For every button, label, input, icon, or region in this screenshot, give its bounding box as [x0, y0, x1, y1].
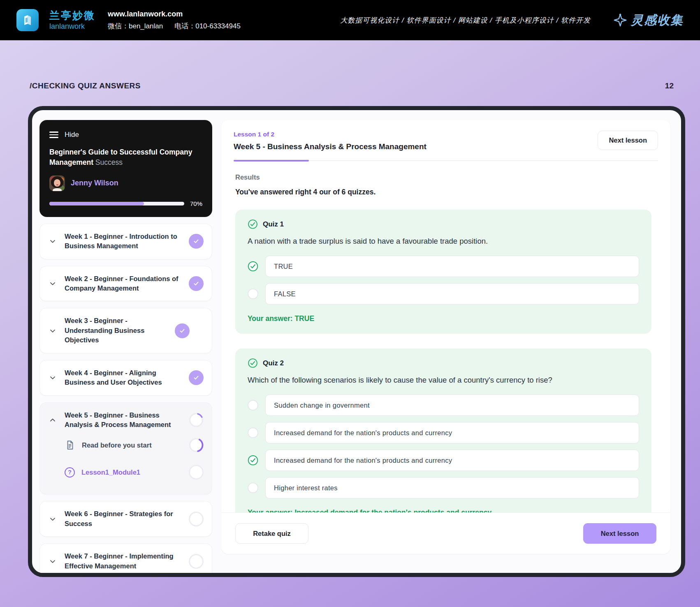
avatar — [49, 175, 65, 191]
week-label: Week 2 - Beginner - Foundations of Compa… — [65, 274, 181, 293]
week-label: Week 7 - Beginner - Implementing Effecti… — [65, 552, 181, 571]
status-empty-icon — [189, 554, 204, 569]
quiz-results-content: Results You've answered right 4 our of 6… — [221, 161, 670, 513]
option-box[interactable]: Increased demand for the nation's produc… — [265, 422, 639, 443]
week-label: Week 3 - Beginner - Understanding Busine… — [65, 316, 167, 345]
phone-number: 电话：010-63334945 — [174, 21, 241, 31]
progress-bar-track — [49, 202, 184, 205]
progress-percent: 70% — [190, 200, 202, 207]
sidebar-item-week-2[interactable]: Week 2 - Beginner - Foundations of Compa… — [39, 266, 212, 302]
course-sidebar: Hide Beginner's Guide to Successful Comp… — [32, 110, 212, 573]
option-label: FALSE — [274, 290, 296, 298]
option-box[interactable]: Higher interest rates — [265, 477, 639, 499]
sidebar-item-lesson1-module1[interactable]: ? Lesson1_Module1 — [65, 461, 204, 484]
sidebar-item-week-1[interactable]: Week 1 - Beginner - Introduction to Busi… — [39, 224, 212, 259]
lesson-title: Week 5 - Business Analysis & Process Man… — [234, 142, 426, 151]
sidebar-item-week-6[interactable]: Week 6 - Beginner - Strategies for Succe… — [39, 501, 212, 537]
status-complete-icon — [175, 323, 190, 338]
radio-checked-icon[interactable] — [248, 261, 258, 272]
lanlanwork-logo-icon — [16, 9, 39, 31]
sidebar-item-week-3[interactable]: Week 3 - Beginner - Understanding Busine… — [39, 308, 212, 353]
quiz-option[interactable]: Sudden change in government — [248, 395, 639, 416]
week-label: Week 5 - Beginner - Business Analysis & … — [65, 411, 181, 430]
chevron-down-icon[interactable] — [48, 279, 57, 288]
brand-block: 兰亭妙微 lanlanwork — [49, 9, 95, 30]
hide-sidebar-button[interactable]: Hide — [49, 131, 202, 139]
status-progress-icon — [189, 438, 204, 452]
hamburger-icon[interactable] — [49, 132, 58, 138]
top-banner: 兰亭妙微 lanlanwork www.lanlanwork.com 微信：be… — [0, 0, 700, 40]
sidebar-item-week-5[interactable]: Week 5 - Beginner - Business Analysis & … — [39, 402, 212, 495]
option-box[interactable]: Sudden change in government — [265, 395, 639, 416]
next-lesson-button-bottom[interactable]: Next lesson — [583, 523, 656, 544]
option-label: TRUE — [274, 263, 293, 270]
status-empty-icon — [189, 512, 204, 526]
brand-name-cn: 兰亭妙微 — [49, 9, 95, 21]
collect-block: 灵感收集 — [613, 12, 684, 29]
contact-block: www.lanlanwork.com 微信：ben_lanlan 电话：010-… — [108, 10, 241, 31]
radio-unchecked-icon[interactable] — [248, 482, 258, 493]
option-label: Higher interest rates — [274, 484, 338, 492]
lesson-counter: Lesson 1 of 2 — [234, 131, 426, 138]
sub-item-label: Lesson1_Module1 — [81, 469, 182, 476]
results-label: Results — [235, 173, 651, 181]
week-label: Week 4 - Beginner - Aligning Business an… — [65, 368, 181, 388]
option-label: Increased demand for the nation's produc… — [274, 457, 452, 464]
chevron-down-icon[interactable] — [48, 557, 57, 566]
quiz-option[interactable]: Increased demand for the nation's produc… — [248, 422, 639, 443]
results-summary: You've answered right 4 our of 6 quizzes… — [235, 188, 651, 196]
hide-label[interactable]: Hide — [65, 131, 79, 139]
quiz-option[interactable]: TRUE — [248, 256, 639, 277]
instructor-name: Jenny Wilson — [71, 179, 118, 187]
sub-item-label: Read before you start — [82, 441, 182, 449]
quiz-option[interactable]: FALSE — [248, 283, 639, 305]
option-box[interactable]: FALSE — [265, 283, 639, 305]
quiz-option[interactable]: Higher interest rates — [248, 477, 639, 499]
sidebar-item-week-4[interactable]: Week 4 - Beginner - Aligning Business an… — [39, 360, 212, 396]
week-list: Week 1 - Beginner - Introduction to Busi… — [39, 224, 212, 573]
sidebar-header: Hide Beginner's Guide to Successful Comp… — [39, 120, 212, 217]
quiz-1-card: Quiz 1 A nation with a trade surplus is … — [235, 210, 651, 334]
quiz-option[interactable]: Increased demand for the nation's produc… — [248, 450, 639, 471]
quiz-footer: Retake quiz Next lesson — [221, 513, 670, 554]
sidebar-item-week-7[interactable]: Week 7 - Beginner - Implementing Effecti… — [39, 543, 212, 573]
status-empty-icon — [189, 465, 204, 480]
course-progress: 70% — [49, 200, 202, 207]
quiz-2-card: Quiz 2 Which of the following scenarios … — [235, 349, 651, 513]
chevron-down-icon[interactable] — [48, 515, 57, 524]
week-label: Week 6 - Beginner - Strategies for Succe… — [65, 509, 181, 529]
course-title: Beginner's Guide to Successful Company M… — [49, 147, 202, 168]
retake-quiz-button[interactable]: Retake quiz — [235, 523, 308, 544]
radio-unchecked-icon[interactable] — [248, 288, 258, 299]
chevron-down-icon[interactable] — [48, 326, 57, 335]
brand-name-en: lanlanwork — [49, 22, 95, 31]
services-list: 大数据可视化设计 / 软件界面设计 / 网站建设 / 手机及小程序设计 / 软件… — [340, 16, 591, 25]
lesson-header: Lesson 1 of 2 Week 5 - Business Analysis… — [221, 120, 670, 161]
status-complete-icon — [189, 276, 204, 291]
chevron-down-icon[interactable] — [48, 237, 57, 246]
status-complete-icon — [189, 234, 204, 249]
tab-indicator — [234, 160, 658, 161]
website-url: www.lanlanwork.com — [108, 10, 241, 18]
next-lesson-button-top[interactable]: Next lesson — [598, 131, 658, 150]
sparkle-icon — [613, 13, 628, 28]
chevron-up-icon[interactable] — [48, 415, 57, 425]
collect-label: 灵感收集 — [631, 12, 684, 29]
app-window: Hide Beginner's Guide to Successful Comp… — [28, 106, 685, 577]
check-circle-icon — [248, 219, 258, 229]
option-box[interactable]: TRUE — [265, 256, 639, 277]
radio-unchecked-icon[interactable] — [248, 400, 258, 411]
lesson-panel: Lesson 1 of 2 Week 5 - Business Analysis… — [221, 120, 670, 554]
main-area: Lesson 1 of 2 Week 5 - Business Analysis… — [212, 110, 681, 573]
instructor-row: Jenny Wilson — [49, 175, 202, 191]
radio-checked-icon[interactable] — [248, 455, 258, 466]
option-box[interactable]: Increased demand for the nation's produc… — [265, 450, 639, 471]
check-circle-icon — [248, 358, 258, 368]
status-progress-icon — [189, 413, 204, 427]
sidebar-item-read-before-start[interactable]: Read before you start — [65, 434, 204, 457]
document-icon — [65, 440, 75, 450]
radio-unchecked-icon[interactable] — [248, 427, 258, 438]
your-answer-text: Your answer: Increased demand for the na… — [248, 508, 639, 513]
chevron-down-icon[interactable] — [48, 373, 57, 382]
your-answer-text: Your answer: TRUE — [248, 314, 639, 323]
